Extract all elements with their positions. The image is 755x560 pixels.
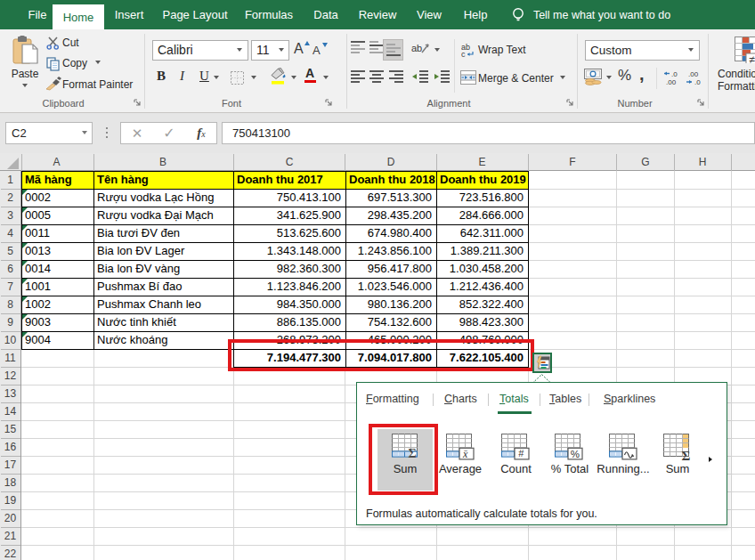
svg-text:Σ: Σ [682,449,691,461]
svg-text:c: c [461,50,466,58]
svg-text:ab: ab [411,43,422,53]
svg-text:%: % [571,449,580,459]
svg-text:.00: .00 [688,70,699,78]
svg-text:.00: .00 [666,78,677,85]
svg-text:x̄: x̄ [462,448,468,460]
svg-text:≠: ≠ [750,53,755,63]
svg-text:.0: .0 [694,78,701,85]
svg-text:.0: .0 [671,70,678,78]
svg-text:#: # [518,448,524,459]
